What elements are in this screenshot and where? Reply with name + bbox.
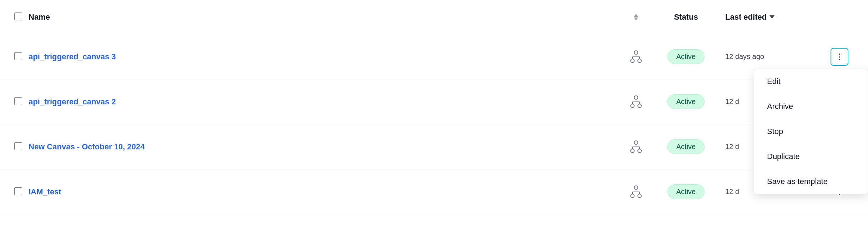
table-row: api_triggered_canvas 2 Active 12 d ⋮: [0, 79, 868, 124]
save-as-template-label: Save as template: [767, 177, 828, 186]
select-all-checkbox[interactable]: [14, 13, 22, 20]
row-status: Active: [647, 49, 725, 64]
edit-label: Edit: [767, 77, 781, 86]
row-status: Active: [647, 139, 725, 154]
canvas-type-icon-container: [625, 50, 647, 63]
dropdown-item-save-as-template[interactable]: Save as template: [754, 169, 868, 194]
svg-point-26: [631, 194, 634, 198]
row-checkbox-container: [14, 142, 29, 152]
status-badge: Active: [667, 139, 705, 154]
status-badge: Active: [667, 184, 705, 199]
org-chart-icon: [630, 185, 642, 198]
archive-label: Archive: [767, 102, 793, 111]
table-header: Name Status Last edited: [0, 0, 868, 34]
duplicate-label: Duplicate: [767, 152, 800, 161]
svg-point-5: [631, 59, 634, 63]
dropdown-item-stop[interactable]: Stop: [754, 119, 868, 144]
canvas-type-icon-container: [625, 185, 647, 198]
sort-up-icon: [634, 14, 638, 17]
sort-button[interactable]: [625, 14, 647, 20]
stop-label: Stop: [767, 127, 783, 136]
dropdown-item-edit[interactable]: Edit: [754, 69, 868, 94]
last-edited-sort-icon[interactable]: [769, 15, 774, 19]
dropdown-item-duplicate[interactable]: Duplicate: [754, 144, 868, 169]
table-row: New Canvas - October 10, 2024 Active 12 …: [0, 124, 868, 169]
svg-point-6: [638, 59, 641, 63]
status-badge: Active: [667, 49, 705, 64]
svg-point-0: [634, 51, 638, 54]
svg-point-21: [634, 186, 638, 189]
row-actions: ⋮: [825, 48, 854, 66]
sort-icon: [634, 14, 638, 20]
last-edited-label: Last edited: [725, 13, 767, 22]
name-column-header: Name: [29, 13, 625, 22]
svg-point-27: [638, 194, 641, 198]
status-badge: Active: [667, 94, 705, 109]
table-row: IAM_test Active 12 d ⋮: [0, 169, 868, 214]
org-chart-icon: [630, 140, 642, 153]
canvas-name-link[interactable]: IAM_test: [29, 187, 625, 197]
select-all-checkbox-container: [14, 13, 29, 22]
row-checkbox[interactable]: [14, 187, 22, 195]
svg-point-7: [634, 96, 638, 99]
svg-point-19: [631, 149, 634, 153]
more-actions-button[interactable]: ⋮: [831, 48, 848, 66]
canvas-type-icon-container: [625, 140, 647, 153]
svg-point-14: [634, 141, 638, 144]
canvas-table: Name Status Last edited api_triggered_ca…: [0, 0, 868, 228]
row-checkbox[interactable]: [14, 97, 22, 105]
canvas-name-link[interactable]: api_triggered_canvas 3: [29, 52, 625, 61]
table-row: api_triggered_canvas 3 Active 12 days ag…: [0, 34, 868, 79]
row-status: Active: [647, 94, 725, 109]
row-checkbox-container: [14, 52, 29, 61]
row-status: Active: [647, 184, 725, 199]
svg-point-13: [638, 104, 641, 108]
status-column-header: Status: [647, 13, 725, 22]
canvas-name-link[interactable]: New Canvas - October 10, 2024: [29, 142, 625, 152]
row-checkbox[interactable]: [14, 52, 22, 60]
row-checkbox-container: [14, 187, 29, 197]
dropdown-menu: Edit Archive Stop Duplicate Save as temp…: [754, 69, 868, 194]
sort-down-icon: [634, 18, 638, 20]
last-edited-column-header: Last edited: [725, 13, 825, 22]
row-checkbox-container: [14, 97, 29, 106]
canvas-type-icon-container: [625, 95, 647, 108]
svg-point-12: [631, 104, 634, 108]
row-last-edited: 12 days ago: [725, 53, 825, 61]
svg-point-20: [638, 149, 641, 153]
canvas-name-link[interactable]: api_triggered_canvas 2: [29, 97, 625, 106]
dropdown-item-archive[interactable]: Archive: [754, 94, 868, 119]
org-chart-icon: [630, 95, 642, 108]
row-checkbox[interactable]: [14, 142, 22, 150]
org-chart-icon: [630, 50, 642, 63]
